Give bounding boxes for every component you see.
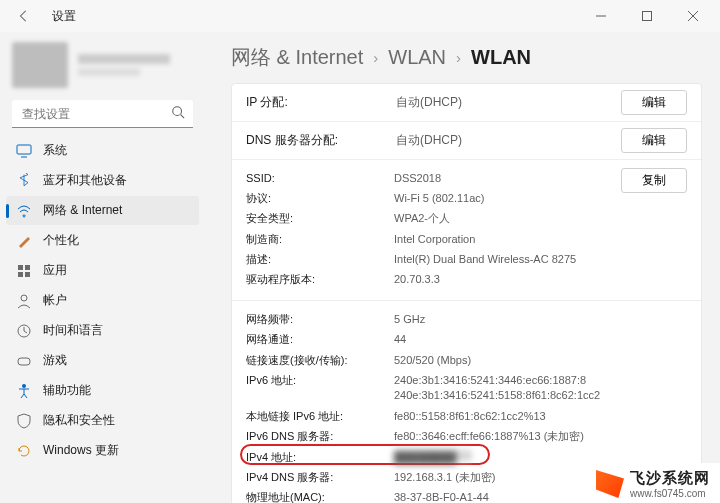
profile-name xyxy=(78,54,170,64)
sidebar-item-system[interactable]: 系统 xyxy=(6,136,199,165)
search-input[interactable] xyxy=(12,100,193,128)
sidebar-item-label: 网络 & Internet xyxy=(43,202,122,219)
svg-rect-11 xyxy=(25,272,30,277)
back-button[interactable] xyxy=(12,4,36,28)
apps-icon xyxy=(16,263,32,279)
edit-ip-button[interactable]: 编辑 xyxy=(621,90,687,115)
content: 网络 & Internet › WLAN › WLAN IP 分配: 自动(DH… xyxy=(205,32,720,503)
avatar xyxy=(12,42,68,88)
sidebar-item-label: 隐私和安全性 xyxy=(43,412,115,429)
copy-button[interactable]: 复制 xyxy=(621,168,687,193)
sidebar-item-label: 游戏 xyxy=(43,352,67,369)
det-label: 网络频带: xyxy=(246,312,394,327)
watermark-url: www.fs0745.com xyxy=(630,488,710,499)
svg-point-15 xyxy=(22,384,26,388)
sidebar-item-personalization[interactable]: 个性化 xyxy=(6,226,199,255)
det-label: SSID: xyxy=(246,171,394,186)
edit-dns-button[interactable]: 编辑 xyxy=(621,128,687,153)
det-label: 本地链接 IPv6 地址: xyxy=(246,409,394,424)
accessibility-icon xyxy=(16,383,32,399)
breadcrumb-current: WLAN xyxy=(471,46,531,69)
window-title: 设置 xyxy=(52,8,76,25)
minimize-button[interactable] xyxy=(578,0,624,32)
sidebar-item-network[interactable]: 网络 & Internet xyxy=(6,196,199,225)
shield-icon xyxy=(16,413,32,429)
det-value: 38-37-8B-F0-A1-44 xyxy=(394,490,489,503)
chevron-right-icon: › xyxy=(456,49,461,66)
row-value: 自动(DHCP) xyxy=(396,132,621,149)
svg-point-4 xyxy=(173,107,182,116)
svg-rect-8 xyxy=(18,265,23,270)
breadcrumb-a[interactable]: 网络 & Internet xyxy=(231,44,363,71)
row-dns-assign: DNS 服务器分配: 自动(DHCP) 编辑 xyxy=(232,122,701,160)
det-value: 192.168.3.1 (未加密) xyxy=(394,470,496,485)
game-icon xyxy=(16,353,32,369)
det-label: 物理地址(MAC): xyxy=(246,490,394,503)
det-value: 20.70.3.3 xyxy=(394,272,440,287)
row-ip-assign: IP 分配: 自动(DHCP) 编辑 xyxy=(232,84,701,122)
svg-rect-9 xyxy=(25,265,30,270)
sidebar-item-label: 个性化 xyxy=(43,232,79,249)
det-label: 网络通道: xyxy=(246,332,394,347)
sidebar-item-label: Windows 更新 xyxy=(43,442,119,459)
sidebar-item-apps[interactable]: 应用 xyxy=(6,256,199,285)
svg-rect-6 xyxy=(17,145,31,154)
nav: 系统 蓝牙和其他设备 网络 & Internet 个性化 应用 帐户 xyxy=(6,136,199,465)
clock-icon xyxy=(16,323,32,339)
breadcrumb: 网络 & Internet › WLAN › WLAN xyxy=(231,44,702,71)
watermark: 飞沙系统网 www.fs0745.com xyxy=(586,463,720,503)
chevron-right-icon: › xyxy=(373,49,378,66)
settings-card: IP 分配: 自动(DHCP) 编辑 DNS 服务器分配: 自动(DHCP) 编… xyxy=(231,83,702,503)
sidebar-item-bluetooth[interactable]: 蓝牙和其他设备 xyxy=(6,166,199,195)
sidebar-item-label: 应用 xyxy=(43,262,67,279)
det-label: IPv4 DNS 服务器: xyxy=(246,470,394,485)
wifi-icon xyxy=(16,203,32,219)
sidebar-item-label: 帐户 xyxy=(43,292,67,309)
det-label: 制造商: xyxy=(246,232,394,247)
row-label: DNS 服务器分配: xyxy=(246,132,396,149)
det-value: ████████ xyxy=(394,450,472,461)
sidebar-item-privacy[interactable]: 隐私和安全性 xyxy=(6,406,199,435)
svg-line-5 xyxy=(181,115,185,119)
det-value: fe80::3646:ecff:fe66:1887%13 (未加密) xyxy=(394,429,584,444)
det-value: 44 xyxy=(394,332,406,347)
svg-rect-14 xyxy=(18,358,30,365)
svg-rect-10 xyxy=(18,272,23,277)
det-label: 安全类型: xyxy=(246,211,394,226)
person-icon xyxy=(16,293,32,309)
row-value: 自动(DHCP) xyxy=(396,94,621,111)
bluetooth-icon xyxy=(16,173,32,189)
breadcrumb-b[interactable]: WLAN xyxy=(388,46,446,69)
det-value: DSS2018 xyxy=(394,171,441,186)
sidebar: 系统 蓝牙和其他设备 网络 & Internet 个性化 应用 帐户 xyxy=(0,32,205,503)
det-value: WPA2-个人 xyxy=(394,211,450,226)
sidebar-item-label: 蓝牙和其他设备 xyxy=(43,172,127,189)
det-label: 协议: xyxy=(246,191,394,206)
sidebar-item-update[interactable]: Windows 更新 xyxy=(6,436,199,465)
close-button[interactable] xyxy=(670,0,716,32)
det-value: Intel(R) Dual Band Wireless-AC 8275 xyxy=(394,252,576,267)
det-label: IPv6 DNS 服务器: xyxy=(246,429,394,444)
system-icon xyxy=(16,143,32,159)
det-label: 链接速度(接收/传输): xyxy=(246,353,394,368)
sidebar-item-label: 辅助功能 xyxy=(43,382,91,399)
svg-point-12 xyxy=(21,295,27,301)
maximize-button[interactable] xyxy=(624,0,670,32)
detail-block-1: SSID:DSS2018 协议:Wi-Fi 5 (802.11ac) 安全类型:… xyxy=(232,160,701,301)
sidebar-item-accounts[interactable]: 帐户 xyxy=(6,286,199,315)
sidebar-item-accessibility[interactable]: 辅助功能 xyxy=(6,376,199,405)
sidebar-item-gaming[interactable]: 游戏 xyxy=(6,346,199,375)
det-label: IPv6 地址: xyxy=(246,373,394,388)
profile[interactable] xyxy=(6,40,199,98)
det-label: 描述: xyxy=(246,252,394,267)
sidebar-item-label: 系统 xyxy=(43,142,67,159)
det-value: 240e:3b1:3416:5241:3446:ec66:1887:8 240e… xyxy=(394,373,600,404)
sidebar-item-label: 时间和语言 xyxy=(43,322,103,339)
svg-rect-1 xyxy=(643,12,652,21)
watermark-title: 飞沙系统网 xyxy=(630,469,710,488)
profile-email xyxy=(78,68,140,76)
det-label: IPv4 地址: xyxy=(246,450,394,465)
det-label: 驱动程序版本: xyxy=(246,272,394,287)
sidebar-item-time[interactable]: 时间和语言 xyxy=(6,316,199,345)
det-value: fe80::5158:8f61:8c62:1cc2%13 xyxy=(394,409,546,424)
